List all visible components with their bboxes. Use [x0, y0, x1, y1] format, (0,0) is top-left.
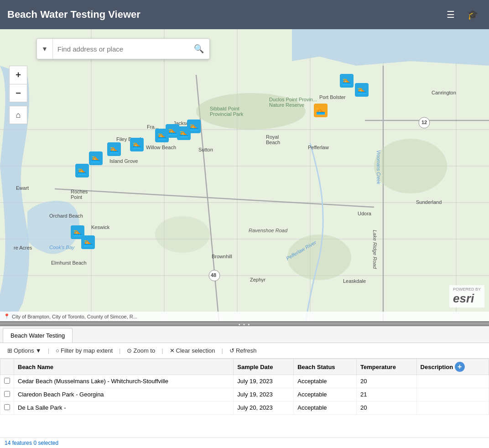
row-beach-status-2: Acceptable [294, 401, 357, 415]
feature-count: 14 features 0 selected [5, 440, 58, 446]
map-controls: + − ⌂ [9, 66, 27, 124]
filter-button[interactable]: ○ Filter by map extent [52, 346, 116, 355]
beach-marker-10[interactable]: 🏊 [355, 83, 369, 97]
esri-powered-label: POWERED BY [453, 287, 481, 292]
zoom-circle-icon: ⊙ [127, 347, 132, 354]
search-button[interactable]: 🔍 [188, 39, 209, 59]
separator-2: | [119, 347, 120, 354]
col-header-beach-status[interactable]: Beach Status [294, 359, 357, 375]
refresh-button[interactable]: ↺ Refresh [226, 346, 260, 355]
zoom-out-button[interactable]: − [9, 84, 27, 102]
table-row: Claredon Beach Park - Georgina July 19, … [0, 388, 489, 401]
row-description-2 [416, 401, 489, 415]
svg-point-17 [374, 139, 447, 193]
filter-circle-icon: ○ [56, 347, 59, 354]
options-grid-icon: ⊞ [7, 347, 12, 354]
attribution-text: City of Brampton, City of Toronto, Count… [12, 314, 137, 319]
beach-marker-9[interactable]: 🏊 [340, 74, 354, 88]
row-beach-status-1: Acceptable [294, 388, 357, 401]
app-header: Beach Water Testing Viewer ☰ 🎓 [0, 0, 489, 29]
cap-icon-btn[interactable]: 🎓 [463, 5, 482, 24]
beach-marker-orange-1[interactable]: 🏊 [314, 104, 328, 117]
home-button[interactable]: ⌂ [9, 106, 27, 124]
graduation-cap-icon: 🎓 [467, 9, 479, 20]
tab-beach-water-testing[interactable]: Beach Water Testing [3, 328, 73, 343]
svg-point-21 [419, 117, 430, 128]
search-input[interactable] [53, 45, 188, 53]
esri-attribution: POWERED BY esri [449, 285, 484, 307]
refresh-icon: ↺ [229, 347, 234, 354]
svg-point-18 [155, 216, 210, 253]
bottom-panel: • • • Beach Water Testing ⊞ Options ▼ | … [0, 321, 489, 448]
beach-marker-3[interactable]: 🏊 [107, 142, 121, 156]
row-beach-name-0: Cedar Beach (Musselmans Lake) - Whitchur… [14, 375, 234, 388]
refresh-label: Refresh [236, 347, 257, 354]
row-beach-name-1: Claredon Beach Park - Georgina [14, 388, 234, 401]
table-row: Cedar Beach (Musselmans Lake) - Whitchur… [0, 375, 489, 388]
beach-marker-8[interactable]: 🏊 [187, 120, 201, 133]
options-label: Options [14, 347, 34, 354]
clear-x-icon: ✕ [170, 347, 175, 354]
col-header-sample-date[interactable]: Sample Date [234, 359, 294, 375]
location-pin-icon: 📍 [4, 313, 10, 319]
filter-label: Filter by map extent [61, 347, 113, 354]
map-attribution-bar: 📍 City of Brampton, City of Toronto, Cou… [0, 312, 489, 321]
row-beach-status-0: Acceptable [294, 375, 357, 388]
col-header-check [0, 359, 14, 375]
separator-3: | [161, 347, 163, 354]
beach-marker-2[interactable]: 🏊 [89, 151, 103, 165]
row-sample-date-2: July 20, 2023 [234, 401, 294, 415]
row-sample-date-1: July 19, 2023 [234, 388, 294, 401]
col-header-description[interactable]: Description + [416, 359, 489, 375]
clear-label: Clear selection [176, 347, 215, 354]
separator-4: | [222, 347, 223, 354]
beach-marker-4[interactable]: 🏊 [130, 138, 144, 151]
table-toolbar: ⊞ Options ▼ | ○ Filter by map extent | ⊙… [0, 343, 489, 359]
svg-point-20 [209, 270, 220, 281]
row-description-0 [416, 375, 489, 388]
options-arrow-icon: ▼ [36, 347, 42, 354]
clear-selection-button[interactable]: ✕ Clear selection [166, 346, 219, 355]
add-column-button[interactable]: + [455, 362, 465, 372]
drag-handle[interactable]: • • • [0, 323, 489, 326]
row-temperature-0: 20 [357, 375, 417, 388]
row-sample-date-0: July 19, 2023 [234, 375, 294, 388]
beach-marker-1[interactable]: 🏊 [75, 164, 89, 177]
table-header-row: Beach Name Sample Date Beach Status Temp… [0, 359, 489, 375]
tab-bar: Beach Water Testing [0, 326, 489, 343]
table-body: Cedar Beach (Musselmans Lake) - Whitchur… [0, 375, 489, 415]
options-button[interactable]: ⊞ Options ▼ [4, 346, 45, 355]
svg-point-16 [196, 93, 306, 130]
search-bar: ▼ 🔍 [36, 38, 210, 59]
separator-1: | [48, 347, 49, 354]
table-row: De La Salle Park - July 20, 2023 Accepta… [0, 401, 489, 415]
col-header-beach-name[interactable]: Beach Name [14, 359, 234, 375]
row-checkbox-1[interactable] [0, 388, 14, 401]
row-checkbox-0[interactable] [0, 375, 14, 388]
dropdown-arrow-icon: ▼ [42, 45, 48, 52]
beach-marker-12[interactable]: 🏊 [81, 235, 95, 249]
zoom-in-button[interactable]: + [9, 66, 27, 84]
row-temperature-1: 21 [357, 388, 417, 401]
search-icon: 🔍 [194, 44, 204, 54]
app-title: Beach Water Testing Viewer [7, 9, 140, 21]
row-description-1 [416, 388, 489, 401]
zoom-to-button[interactable]: ⊙ Zoom to [123, 346, 159, 355]
header-icons: ☰ 🎓 [442, 5, 482, 24]
status-bar: 14 features 0 selected [0, 438, 489, 448]
list-icon: ☰ [447, 9, 455, 20]
results-table: Beach Name Sample Date Beach Status Temp… [0, 359, 489, 415]
list-icon-btn[interactable]: ☰ [442, 5, 460, 24]
esri-logo: esri [453, 292, 481, 306]
zoom-label: Zoom to [133, 347, 155, 354]
data-table: Beach Name Sample Date Beach Status Temp… [0, 359, 489, 438]
map-container[interactable]: Sibbald PointProvincial Park Duclos Poin… [0, 29, 489, 321]
row-checkbox-2[interactable] [0, 401, 14, 415]
map-background [0, 29, 489, 321]
row-temperature-2: 20 [357, 401, 417, 415]
row-beach-name-2: De La Salle Park - [14, 401, 234, 415]
col-header-temperature[interactable]: Temperature [357, 359, 417, 375]
search-dropdown-button[interactable]: ▼ [37, 39, 53, 59]
